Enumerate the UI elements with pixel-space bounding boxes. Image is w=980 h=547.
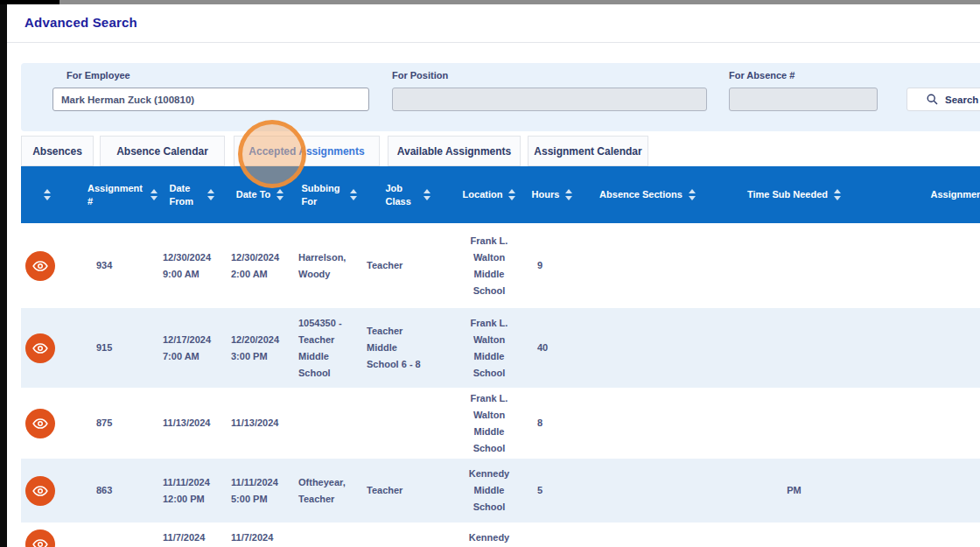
- hours: 5: [537, 482, 542, 499]
- location: Frank L. Walton Middle School: [462, 233, 516, 299]
- tab-available-assignments[interactable]: Available Assignments: [388, 136, 521, 166]
- column-header-hours[interactable]: Hours: [527, 188, 578, 201]
- for-position-label: For Position: [392, 70, 448, 81]
- column-header-time-sub-needed[interactable]: Time Sub Needed: [718, 188, 871, 201]
- date-from: 11/11/2024 12:00 PM: [163, 474, 219, 508]
- sort-icon[interactable]: [565, 189, 572, 200]
- location: Frank L. Walton Middle School: [462, 315, 516, 382]
- column-header-absence-sections[interactable]: Absence Sections: [578, 188, 718, 201]
- eye-icon: [32, 258, 48, 274]
- sort-icon[interactable]: [689, 189, 696, 200]
- hours: 8: [537, 415, 542, 431]
- location: Frank L. Walton Middle School: [462, 390, 516, 457]
- search-icon: [927, 94, 938, 105]
- job-class: Teacher Middle School 6 - 8: [367, 323, 428, 373]
- job-class: Teacher: [367, 257, 402, 274]
- window-edge-left: [0, 0, 7, 547]
- table-row: 915 12/17/2024 7:00 AM 12/20/2024 3:00 P…: [21, 308, 980, 388]
- sort-icon[interactable]: [207, 189, 214, 200]
- assignment-number: 915: [96, 340, 112, 356]
- for-absence-label: For Absence #: [729, 70, 794, 81]
- page-title: Advanced Search: [24, 15, 137, 30]
- table-row: 934 12/30/2024 9:00 AM 12/30/2024 2:00 A…: [21, 223, 980, 308]
- job-class: Teacher: [367, 482, 402, 499]
- tab-absence-calendar[interactable]: Absence Calendar: [100, 136, 225, 166]
- subbing-for: Oftheyear, Teacher: [298, 474, 353, 508]
- table-row: 11/7/2024 11/7/2024 Kennedy Middle Schoo…: [21, 522, 980, 547]
- tab-accepted-assignments[interactable]: Accepted Assignments: [234, 136, 380, 166]
- view-assignment-button[interactable]: [25, 333, 55, 363]
- tab-assignment-calendar[interactable]: Assignment Calendar: [528, 136, 648, 166]
- date-from: 11/13/2024: [163, 415, 210, 431]
- view-assignment-button[interactable]: [25, 251, 55, 281]
- column-header-view[interactable]: [21, 189, 88, 200]
- assignment-number: 863: [96, 482, 112, 499]
- column-header-subbing-for[interactable]: Subbing For: [294, 182, 364, 208]
- view-assignment-button[interactable]: [25, 529, 55, 547]
- eye-icon: [32, 536, 48, 547]
- for-absence-input: [729, 88, 878, 111]
- time-sub-needed: PM: [787, 482, 802, 499]
- table-row: 875 11/13/2024 11/13/2024 Frank L. Walto…: [21, 388, 980, 459]
- search-button-label: Search: [945, 95, 978, 105]
- column-header-location[interactable]: Location: [452, 188, 527, 201]
- hours: 9: [537, 257, 542, 274]
- for-position-input: [392, 88, 707, 111]
- search-button[interactable]: Search: [906, 88, 980, 111]
- date-to: 11/11/2024 5:00 PM: [231, 474, 287, 508]
- location: Kennedy Middle School: [462, 466, 516, 515]
- table-header-row: Assignment # Date From Date To Subbing F…: [21, 166, 980, 223]
- eye-icon: [32, 483, 48, 499]
- window-edge-corner: [0, 0, 60, 4]
- subbing-for: 1054350 - Teacher Middle School: [298, 315, 353, 382]
- date-from: 12/17/2024 7:00 AM: [163, 332, 219, 365]
- date-to: 11/13/2024: [231, 415, 278, 431]
- date-from: 12/30/2024 9:00 AM: [163, 249, 219, 283]
- table-row: 863 11/11/2024 12:00 PM 11/11/2024 5:00 …: [21, 459, 980, 522]
- sort-icon[interactable]: [834, 189, 841, 200]
- assignment-number: 934: [96, 257, 112, 274]
- column-header-date-to[interactable]: Date To: [226, 188, 294, 201]
- title-divider: [7, 42, 980, 43]
- eye-icon: [32, 416, 48, 431]
- view-assignment-button[interactable]: [25, 476, 55, 506]
- location: Kennedy Middle School: [462, 529, 516, 547]
- date-to: 12/20/2024 3:00 PM: [231, 332, 287, 365]
- sort-icon[interactable]: [350, 189, 357, 200]
- column-header-assignment[interactable]: Assignment: [871, 188, 980, 201]
- for-employee-label: For Employee: [66, 70, 130, 81]
- date-to: 11/7/2024: [231, 529, 273, 546]
- for-employee-input[interactable]: [52, 88, 369, 111]
- window-edge-top: [60, 0, 980, 4]
- accepted-assignments-table: Assignment # Date From Date To Subbing F…: [21, 166, 980, 547]
- view-assignment-button[interactable]: [25, 409, 55, 438]
- assignment-number: 875: [96, 415, 112, 431]
- subbing-for: Harrelson, Woody: [298, 249, 353, 283]
- sort-icon[interactable]: [508, 189, 515, 200]
- eye-icon: [32, 340, 48, 356]
- sort-icon[interactable]: [150, 189, 158, 200]
- column-header-date-from[interactable]: Date From: [158, 182, 226, 208]
- column-header-job-class[interactable]: Job Class: [364, 182, 452, 208]
- sort-icon[interactable]: [44, 189, 51, 200]
- column-header-assignment-number[interactable]: Assignment #: [88, 182, 158, 208]
- date-from: 11/7/2024: [163, 529, 205, 546]
- sort-icon[interactable]: [276, 189, 284, 200]
- sort-icon[interactable]: [424, 189, 430, 200]
- filter-panel: For Employee For Position For Absence # …: [21, 63, 980, 131]
- date-to: 12/30/2024 2:00 AM: [231, 249, 287, 283]
- tab-absences[interactable]: Absences: [21, 136, 94, 166]
- hours: 40: [537, 340, 548, 356]
